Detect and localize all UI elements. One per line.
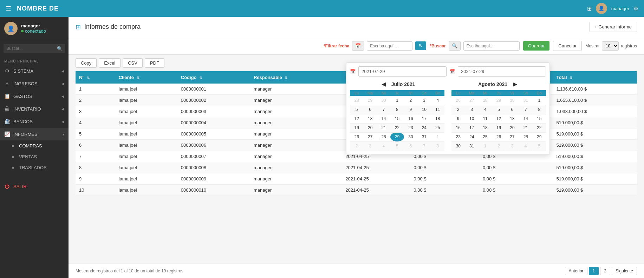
calendar-day[interactable]: 28 (479, 96, 492, 105)
calendar-day[interactable]: 3 (465, 105, 478, 114)
calendar-day[interactable]: 12 (350, 114, 363, 123)
calendar-day[interactable]: 20 (363, 123, 377, 132)
calendar-day[interactable]: 18 (479, 123, 492, 132)
calendar-icon-button[interactable]: 📅 (352, 41, 364, 51)
calendar-day[interactable]: 21 (377, 123, 390, 132)
calendar-day[interactable]: 31 (417, 132, 431, 141)
calendar-day[interactable]: 4 (479, 105, 492, 114)
calendar-day[interactable]: 29 (390, 132, 404, 141)
sidebar-subitem-compras[interactable]: COMPRAS (0, 140, 69, 151)
calendar-day[interactable]: 27 (465, 96, 478, 105)
calendar-day[interactable]: 6 (363, 105, 377, 114)
calendar-day[interactable]: 28 (519, 132, 532, 141)
filter-refresh-button[interactable]: ↻ (415, 41, 426, 50)
august-next-button[interactable]: ▶ (511, 80, 519, 88)
calendar-day[interactable]: 3 (363, 141, 377, 151)
calendar-day[interactable]: 19 (492, 123, 505, 132)
calendar-day[interactable]: 2 (492, 141, 505, 151)
calendar-day[interactable]: 31 (519, 96, 532, 105)
calendar-day[interactable]: 17 (465, 123, 478, 132)
calendar-day[interactable]: 15 (533, 114, 546, 123)
filter-date-input[interactable] (367, 41, 412, 51)
calendar-day[interactable]: 10 (417, 105, 431, 114)
calendar-day[interactable]: 20 (506, 123, 519, 132)
calendar-day[interactable]: 29 (492, 96, 505, 105)
calendar-day[interactable]: 22 (390, 123, 404, 132)
calendar-day[interactable]: 27 (506, 132, 519, 141)
calendar-day[interactable]: 13 (506, 114, 519, 123)
guardar-button[interactable]: Guardar (523, 41, 550, 51)
calendar-day[interactable]: 7 (417, 141, 431, 151)
calendar-day[interactable]: 18 (431, 114, 444, 123)
calendar-day[interactable]: 12 (492, 114, 505, 123)
calendar-day[interactable]: 17 (417, 114, 431, 123)
prev-page-button[interactable]: Anterior (565, 267, 587, 275)
sidebar-item-informes[interactable]: 📈 INFORMES ▾ (0, 128, 69, 140)
calendar-day[interactable]: 2 (350, 141, 363, 151)
calendar-day[interactable]: 8 (431, 141, 444, 151)
sidebar-subitem-ventas[interactable]: VENTAS (0, 151, 69, 162)
sidebar-logout[interactable]: ⏻ SALIR (0, 180, 69, 193)
calendar-day[interactable]: 4 (519, 141, 532, 151)
excel-button[interactable]: Excel (99, 58, 121, 68)
calendar-day[interactable]: 8 (390, 105, 404, 114)
page-1-button[interactable]: 1 (589, 267, 599, 275)
calendar-day[interactable]: 3 (417, 96, 431, 105)
calendar-day[interactable]: 29 (533, 132, 546, 141)
calendar-day[interactable]: 27 (363, 132, 377, 141)
calendar-day[interactable]: 4 (431, 96, 444, 105)
calendar-day[interactable]: 23 (451, 132, 465, 141)
sidebar-item-sistema[interactable]: ⚙ SISTEMA ◀ (0, 65, 69, 77)
july-prev-button[interactable]: ◀ (379, 80, 388, 88)
calendar-day[interactable]: 2 (404, 96, 417, 105)
pdf-button[interactable]: PDF (145, 58, 164, 68)
calendar-day[interactable]: 30 (506, 96, 519, 105)
calendar-day[interactable]: 15 (390, 114, 404, 123)
calendar-day[interactable]: 26 (350, 132, 363, 141)
calendar-day[interactable]: 28 (377, 132, 390, 141)
calendar-day[interactable]: 30 (404, 132, 417, 141)
calendar-day[interactable]: 5 (533, 141, 546, 151)
calendar-day[interactable]: 1 (390, 96, 404, 105)
next-page-button[interactable]: Siguiente (612, 267, 637, 275)
sidebar-subitem-traslados[interactable]: TRASLADOS (0, 162, 69, 173)
calendar-day[interactable]: 26 (492, 132, 505, 141)
calendar-day[interactable]: 29 (363, 96, 377, 105)
calendar-day[interactable]: 25 (431, 123, 444, 132)
calendar-day[interactable]: 3 (506, 141, 519, 151)
calendar-day[interactable]: 14 (377, 114, 390, 123)
calendar-day[interactable]: 9 (451, 114, 465, 123)
calendar-day[interactable]: 19 (350, 123, 363, 132)
sidebar-item-ingresos[interactable]: $ INGRESOS ◀ (0, 77, 69, 90)
calendar-day[interactable]: 9 (404, 105, 417, 114)
calendar-day[interactable]: 10 (465, 114, 478, 123)
page-2-button[interactable]: 2 (600, 267, 610, 275)
calendar-day[interactable]: 8 (533, 105, 546, 114)
csv-button[interactable]: CSV (123, 58, 143, 68)
calendar-day[interactable]: 22 (533, 123, 546, 132)
generar-informe-button[interactable]: + Generar informe (589, 22, 637, 32)
calendar-day[interactable]: 1 (533, 96, 546, 105)
settings-icon[interactable]: ⚙ (633, 5, 638, 12)
sidebar-search-input[interactable] (4, 44, 65, 53)
calendar-day[interactable]: 2 (451, 105, 465, 114)
calendar-day[interactable]: 25 (479, 132, 492, 141)
hamburger-icon[interactable]: ☰ (6, 5, 11, 12)
calendar-day[interactable]: 23 (404, 123, 417, 132)
calendar-day[interactable]: 26 (451, 96, 465, 105)
calendar-day[interactable]: 24 (465, 132, 478, 141)
calendar-day[interactable]: 5 (390, 141, 404, 151)
calendar-day[interactable]: 13 (363, 114, 377, 123)
copy-button[interactable]: Copy (76, 58, 97, 68)
calendar-day[interactable]: 6 (404, 141, 417, 151)
end-date-input[interactable] (458, 66, 546, 77)
sidebar-item-bancos[interactable]: 🏦 BANCOS ◀ (0, 115, 69, 128)
calendar-day[interactable]: 24 (417, 123, 431, 132)
calendar-day[interactable]: 1 (479, 141, 492, 151)
calendar-day[interactable]: 21 (519, 123, 532, 132)
search-icon-button[interactable]: 🔍 (449, 41, 461, 51)
calendar-day[interactable]: 31 (465, 141, 478, 151)
search-input[interactable] (463, 41, 520, 51)
calendar-day[interactable]: 30 (377, 96, 390, 105)
calendar-day[interactable]: 16 (404, 114, 417, 123)
